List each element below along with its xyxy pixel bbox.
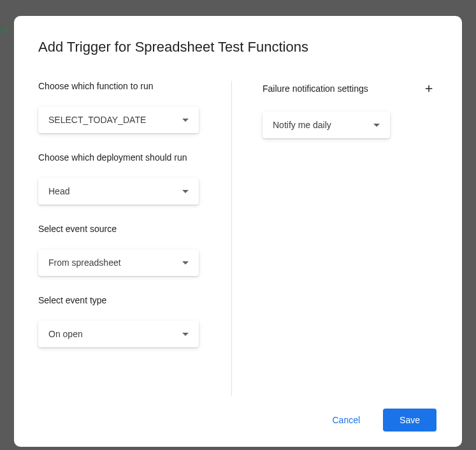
right-column: Failure notification settings Notify me … (231, 81, 436, 396)
failure-label-row: Failure notification settings (263, 81, 436, 96)
save-button[interactable]: Save (383, 409, 436, 432)
failure-notification-dropdown[interactable]: Notify me daily (263, 112, 390, 138)
event-type-dropdown[interactable]: On open (38, 321, 199, 347)
event-source-label: Select event source (38, 224, 212, 234)
failure-dropdown-value: Notify me daily (273, 120, 331, 130)
field-failure-notification: Failure notification settings Notify me … (263, 81, 436, 138)
deployment-label: Choose which deployment should run (38, 152, 212, 163)
add-trigger-modal: Add Trigger for Spreadsheet Test Functio… (14, 16, 462, 447)
caret-down-icon (182, 119, 189, 122)
function-label: Choose which function to run (38, 81, 212, 91)
field-function: Choose which function to run SELECT_TODA… (38, 81, 212, 133)
add-notification-icon[interactable] (421, 81, 436, 96)
backdrop-partial-text: or (0, 24, 9, 34)
modal-title: Add Trigger for Spreadsheet Test Functio… (38, 39, 436, 55)
caret-down-icon (182, 190, 189, 193)
left-column: Choose which function to run SELECT_TODA… (38, 81, 231, 396)
caret-down-icon (182, 261, 189, 265)
event-source-dropdown[interactable]: From spreadsheet (38, 249, 199, 276)
cancel-button[interactable]: Cancel (322, 409, 370, 432)
deployment-dropdown[interactable]: Head (38, 178, 199, 205)
caret-down-icon (182, 333, 189, 336)
failure-label: Failure notification settings (263, 83, 368, 94)
function-dropdown-value: SELECT_TODAY_DATE (48, 115, 146, 125)
event-source-dropdown-value: From spreadsheet (48, 258, 121, 268)
field-event-source: Select event source From spreadsheet (38, 224, 212, 276)
caret-down-icon (373, 124, 380, 127)
function-dropdown[interactable]: SELECT_TODAY_DATE (38, 106, 199, 133)
modal-content: Choose which function to run SELECT_TODA… (38, 81, 436, 396)
field-deployment: Choose which deployment should run Head (38, 152, 212, 205)
deployment-dropdown-value: Head (48, 186, 69, 196)
event-type-dropdown-value: On open (48, 329, 83, 339)
field-event-type: Select event type On open (38, 295, 212, 347)
modal-footer: Cancel Save (38, 396, 436, 432)
event-type-label: Select event type (38, 295, 212, 305)
